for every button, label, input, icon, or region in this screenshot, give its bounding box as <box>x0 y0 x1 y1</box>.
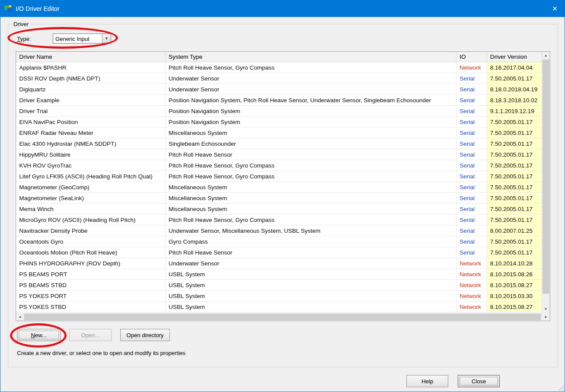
scroll-down-icon[interactable]: ▼ <box>542 305 550 313</box>
cell-io[interactable]: Network <box>457 302 487 312</box>
resize-grip[interactable] <box>558 385 564 391</box>
cell-system-type[interactable]: Pitch Roll Heave Sensor <box>166 247 457 258</box>
cell-system-type[interactable]: Position Navigation System <box>166 117 457 127</box>
type-dropdown-value[interactable]: Generic Input <box>53 34 102 43</box>
cell-io[interactable]: Serial <box>457 127 487 138</box>
scroll-up-icon[interactable]: ▲ <box>542 52 550 59</box>
horizontal-scroll-track[interactable] <box>24 313 542 321</box>
table-row[interactable]: MicroGyro ROV (ASCII) (Heading Roll Pitc… <box>16 214 542 225</box>
window-close-button[interactable]: ✕ <box>545 0 565 17</box>
table-row[interactable]: PS BEAMS PORT USBL System Network 8.10.2… <box>16 269 542 280</box>
cell-driver-version[interactable]: 7.50.2005.01.17 <box>487 171 542 181</box>
cell-io[interactable]: Serial <box>457 193 487 203</box>
cell-system-type[interactable]: Miscellaneous System <box>166 193 457 203</box>
table-row[interactable]: KVH ROV GyroTrac Pitch Roll Heave Sensor… <box>16 160 542 171</box>
scroll-left-icon[interactable]: ◄ <box>16 313 24 321</box>
table-row[interactable]: Mema Winch Miscellaneous System Serial 7… <box>16 204 542 214</box>
column-header-driver-name[interactable]: Driver Name <box>16 52 166 62</box>
dropdown-arrow-icon[interactable]: ▼ <box>102 34 111 43</box>
cell-system-type[interactable]: USBL System <box>166 280 457 290</box>
cell-driver-version[interactable]: 7.50.2005.01.17 <box>487 73 542 84</box>
cell-driver-name[interactable]: Applanix $PASHR <box>16 62 166 73</box>
cell-io[interactable]: Serial <box>457 171 487 181</box>
cell-driver-name[interactable]: PS YOKES PORT <box>16 291 166 301</box>
column-header-driver-version[interactable]: Driver Version <box>487 52 542 62</box>
cell-system-type[interactable]: Underwater Sensor <box>166 73 457 84</box>
cell-driver-name[interactable]: HippyMRU Solitaire <box>16 149 166 160</box>
cell-io[interactable]: Serial <box>457 149 487 160</box>
new-button[interactable]: New... <box>17 329 61 341</box>
cell-system-type[interactable]: Pitch Roll Heave Sensor, Gyro Compass <box>166 214 457 225</box>
cell-driver-name[interactable]: Oceantools Motion (Pitch Roll Heave) <box>16 247 166 258</box>
cell-driver-version[interactable]: 7.50.2005.01.17 <box>487 204 542 214</box>
table-row[interactable]: Litef Gyro LFK95 (ASCII) (Heading Roll P… <box>16 171 542 182</box>
cell-io[interactable]: Serial <box>457 204 487 214</box>
cell-io[interactable]: Serial <box>457 160 487 171</box>
cell-driver-name[interactable]: EIVA NaviPac Position <box>16 117 166 127</box>
cell-driver-version[interactable]: 7.50.2005.01.17 <box>487 117 542 127</box>
cell-driver-version[interactable]: 8.10.2015.08.27 <box>487 302 542 312</box>
cell-driver-name[interactable]: MicroGyro ROV (ASCII) (Heading Roll Pitc… <box>16 214 166 225</box>
table-row[interactable]: PS YOKES STBD USBL System Network 8.10.2… <box>16 302 542 312</box>
cell-driver-version[interactable]: 8.10.2014.10.28 <box>487 258 542 268</box>
cell-io[interactable]: Serial <box>457 247 487 258</box>
horizontal-scrollbar[interactable]: ◄ ► <box>16 313 550 321</box>
cell-driver-name[interactable]: Magnetometer (GeoComp) <box>16 182 166 192</box>
table-row[interactable]: PHINS HYDROGRAPHY (ROV Depth) Underwater… <box>16 258 542 269</box>
cell-system-type[interactable]: Singlebeam Echosounder <box>166 138 457 149</box>
cell-driver-name[interactable]: Navitracker Density Probe <box>16 225 166 236</box>
cell-io[interactable]: Serial <box>457 84 487 94</box>
cell-driver-version[interactable]: 7.50.2005.01.17 <box>487 138 542 149</box>
cell-driver-name[interactable]: Driver Example <box>16 95 166 105</box>
cell-driver-version[interactable]: 7.50.2005.01.17 <box>487 236 542 247</box>
table-row[interactable]: Oceantools Motion (Pitch Roll Heave) Pit… <box>16 247 542 258</box>
table-row[interactable]: Elac 4300 Hydrostar (NMEA SDDPT) Singleb… <box>16 138 542 149</box>
cell-driver-version[interactable]: 8.16.2017.04.04 <box>487 62 542 73</box>
scroll-right-icon[interactable]: ► <box>542 313 550 321</box>
cell-io[interactable]: Network <box>457 291 487 301</box>
cell-driver-name[interactable]: Digiquartz <box>16 84 166 94</box>
cell-system-type[interactable]: Underwater Sensor <box>166 258 457 268</box>
cell-system-type[interactable]: Pitch Roll Heave Sensor <box>166 149 457 160</box>
cell-io[interactable]: Serial <box>457 95 487 105</box>
close-button[interactable]: Close <box>458 375 500 387</box>
cell-driver-version[interactable]: 7.50.2005.01.17 <box>487 193 542 203</box>
cell-system-type[interactable]: Underwater Sensor, Miscellaneous System,… <box>166 225 457 236</box>
cell-io[interactable]: Serial <box>457 225 487 236</box>
horizontal-scroll-thumb[interactable] <box>24 314 541 320</box>
cell-driver-name[interactable]: Magnetometer (SeaLink) <box>16 193 166 203</box>
cell-system-type[interactable]: Pitch Roll Heave Sensor, Gyro Compass <box>166 160 457 171</box>
cell-io[interactable]: Network <box>457 280 487 290</box>
table-row[interactable]: HippyMRU Solitaire Pitch Roll Heave Sens… <box>16 149 542 160</box>
cell-driver-name[interactable]: Litef Gyro LFK95 (ASCII) (Heading Roll P… <box>16 171 166 181</box>
open-directory-button[interactable]: Open directory <box>120 329 170 341</box>
cell-io[interactable]: Network <box>457 269 487 279</box>
cell-system-type[interactable]: Pitch Roll Heave Sensor, Gyro Compass <box>166 171 457 181</box>
table-row[interactable]: Driver Example Position Navigation Syste… <box>16 95 542 106</box>
cell-io[interactable]: Network <box>457 258 487 268</box>
cell-io[interactable]: Serial <box>457 138 487 149</box>
column-header-io[interactable]: IO <box>457 52 487 62</box>
cell-driver-version[interactable]: 7.50.2005.01.17 <box>487 149 542 160</box>
vertical-scroll-track[interactable] <box>542 59 550 305</box>
vertical-scroll-thumb[interactable] <box>542 60 549 294</box>
open-button[interactable]: Open... <box>69 329 112 341</box>
table-row[interactable]: PS BEAMS STBD USBL System Network 8.10.2… <box>16 280 542 291</box>
cell-driver-name[interactable]: PS BEAMS PORT <box>16 269 166 279</box>
cell-driver-name[interactable]: PS BEAMS STBD <box>16 280 166 290</box>
cell-io[interactable]: Serial <box>457 73 487 84</box>
cell-driver-name[interactable]: KVH ROV GyroTrac <box>16 160 166 171</box>
cell-driver-version[interactable]: 7.50.2005.01.17 <box>487 214 542 225</box>
cell-driver-name[interactable]: PS YOKES STBD <box>16 302 166 312</box>
table-row[interactable]: Digiquartz Underwater Sensor Serial 8.18… <box>16 84 542 95</box>
cell-system-type[interactable]: Pitch Roll Heave Sensor, Gyro Compass <box>166 62 457 73</box>
cell-driver-name[interactable]: Mema Winch <box>16 204 166 214</box>
cell-system-type[interactable]: Miscellaneous System <box>166 182 457 192</box>
cell-driver-version[interactable]: 8.18.3.2018.10.02 <box>487 95 542 105</box>
table-row[interactable]: Applanix $PASHR Pitch Roll Heave Sensor,… <box>16 62 542 73</box>
cell-system-type[interactable]: USBL System <box>166 269 457 279</box>
cell-driver-version[interactable]: 7.50.2005.01.17 <box>487 182 542 192</box>
cell-driver-name[interactable]: DSSI ROV Depth (NMEA DPT) <box>16 73 166 84</box>
cell-driver-name[interactable]: Elac 4300 Hydrostar (NMEA SDDPT) <box>16 138 166 149</box>
cell-system-type[interactable]: Position Navigation System <box>166 106 457 116</box>
